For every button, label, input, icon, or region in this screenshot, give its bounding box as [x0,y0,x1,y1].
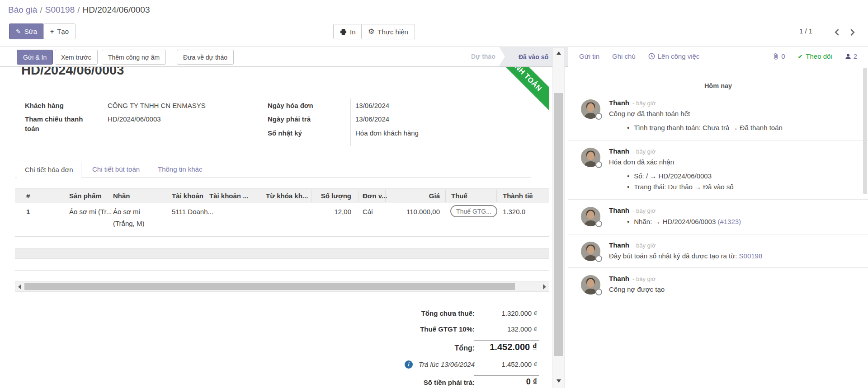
message-body: Công nợ đã thanh toán hết [609,110,857,117]
col-account2[interactable]: Tài khoản ... [209,192,249,200]
log-note-button[interactable]: Ghi chú [612,52,636,60]
record-link[interactable]: (#1323) [717,218,741,225]
followers-count: 2 [854,52,857,60]
send-message-button[interactable]: Gửi tin [579,52,599,60]
clock-icon [648,53,655,60]
untaxed-total-label: Tổng chưa thuế: [421,309,475,317]
check-icon: ✔ [798,53,803,60]
chatter-message[interactable]: Thanh- bây giờ Công nợ được tạo [568,267,868,301]
col-analytic[interactable]: Từ khóa kh... [266,192,308,200]
col-product[interactable]: Sản phẩm [69,192,102,200]
info-icon[interactable]: i [405,360,413,369]
message-time: - bây giờ [632,276,656,282]
journal-value[interactable]: Hóa đơn khách hàng [355,128,419,138]
page-vertical-scrollbar[interactable] [863,68,867,321]
payment-reference-label: Tham chiếu thanh toán [25,114,97,133]
list-bottom-border [15,270,549,271]
cell-label-line2: (Trắng, M) [113,220,144,227]
vat-label: Thuế GTGT 10%: [420,325,475,333]
gear-icon: ⚙ [368,28,374,35]
date-separator-label: Hôm nay [704,82,732,89]
chatter-toolbar: Gửi tin Ghi chú Lên công việc 0 ✔ Theo d… [568,47,868,68]
tracking-change: Nhãn: → HD/2024/06/0003 (#1323) [627,218,857,225]
cell-quantity: 12,00 [334,208,351,215]
scroll-up-arrow-icon[interactable] [557,51,561,55]
chatter-message[interactable]: Thanh- bây giờ Nhãn: → HD/2024/06/0003 (… [568,199,868,234]
create-button[interactable]: + Tạo [43,23,75,39]
untaxed-total-value: 1.320.000 ₫ [501,309,537,317]
col-subtotal[interactable]: Thành tiề [503,192,533,200]
tab-journal-items[interactable]: Chi tiết bút toán [92,165,140,173]
status-draft[interactable]: Dự thảo [471,53,495,60]
table-row[interactable]: 1 Áo sơ mi (Tr... Áo sơ mi (Trắng, M) 51… [15,203,549,237]
tab-bottom-border [15,177,531,178]
pager-next-button[interactable] [846,26,858,38]
total-label: Tổng: [455,344,475,352]
print-button[interactable]: In [333,24,363,39]
preview-button[interactable]: Xem trước [55,50,98,65]
col-uom[interactable]: Đơn v... [363,192,387,200]
message-author[interactable]: Thanh [609,241,629,249]
scroll-left-arrow-icon[interactable] [18,284,21,290]
avatar [581,99,600,119]
tab-invoice-lines[interactable]: Chi tiết hóa đơn [17,162,81,178]
form-vertical-scrollbar[interactable] [552,48,565,388]
add-credit-note-button[interactable]: Thêm công nợ âm [102,50,166,65]
message-author[interactable]: Thanh [609,99,629,107]
pager-previous-button[interactable] [831,26,843,38]
vertical-scrollbar-thumb[interactable] [554,93,563,356]
attachments-button[interactable]: 0 [773,52,785,60]
breadcrumb-link-quotation[interactable]: Báo giá [8,5,37,14]
col-price[interactable]: Giá [429,192,440,200]
due-date-label: Ngày phải trả [268,114,311,124]
col-label[interactable]: Nhãn [113,192,130,200]
action-menu-button[interactable]: ⚙ Thực hiện [361,24,415,39]
invoice-form-sheet: HD/2024/06/0003 ĐÃ THANH TOÁN Khách hàng… [0,67,549,388]
message-time: - bây giờ [632,100,656,107]
col-quantity[interactable]: Số lượng [321,192,351,200]
followers-button[interactable]: 2 [845,52,857,60]
horizontal-scrollbar-thumb[interactable] [24,283,515,290]
scroll-right-arrow-icon[interactable] [543,284,546,290]
follow-button[interactable]: ✔ Theo dõi [798,52,832,60]
message-body: Công nợ được tạo [609,285,857,293]
breadcrumb-current: HD/2024/06/0003 [83,5,150,14]
cell-account: 5111 Doanh... [172,208,213,215]
tab-other-info[interactable]: Thông tin khác [158,165,202,173]
scroll-down-arrow-icon[interactable] [557,379,561,383]
message-author[interactable]: Thanh [609,147,629,155]
invoice-date-value: 13/06/2024 [355,101,389,110]
source-order-link[interactable]: S00198 [739,252,763,260]
tracking-badge-icon [595,113,602,120]
customer-value[interactable]: CÔNG TY TNHH CN ENMASYS [108,101,206,110]
tracking-badge-icon [595,289,602,295]
invoice-date-label: Ngày hóa đơn [268,101,313,110]
col-account[interactable]: Tài khoản [172,192,203,200]
message-author[interactable]: Thanh [609,206,629,214]
printer-icon [340,28,347,35]
breadcrumb-link-order[interactable]: S00198 [45,5,75,14]
col-index[interactable]: # [26,192,30,200]
avatar [581,275,600,295]
tax-tag[interactable]: Thuế GTG... [450,205,497,217]
chatter-message[interactable]: Thanh- bây giờ Công nợ đã thanh toán hết… [568,92,868,140]
odoo-invoice-page: { "breadcrumb": { "links": ["Báo giá", "… [0,0,868,388]
reset-to-draft-button[interactable]: Đưa về dự thảo [177,50,234,65]
col-tax[interactable]: Thuế [451,192,467,200]
payment-reference-value: HD/2024/06/0003 [108,114,161,124]
chatter-panel: Gửi tin Ghi chú Lên công việc 0 ✔ Theo d… [568,47,868,388]
cell-price: 110.000,00 [406,208,440,215]
table-horizontal-scrollbar[interactable] [15,281,549,292]
chatter-message[interactable]: Thanh- bây giờ Đây bút toán sổ nhật ký đ… [568,234,868,267]
tracking-badge-icon [595,220,602,227]
page-scrollbar-thumb[interactable] [863,68,867,194]
send-print-button[interactable]: Gửi & In [17,50,53,65]
journal-label: Sổ nhật ký [268,128,302,138]
chatter-message[interactable]: Thanh- bây giờ Hóa đơn đã xác nhận Số: /… [568,140,868,199]
vat-value: 132.000 ₫ [507,325,537,333]
invoice-number-title: HD/2024/06/0003 [21,67,124,78]
schedule-activity-button[interactable]: Lên công việc [648,52,700,60]
message-author[interactable]: Thanh [609,275,629,282]
message-body: Đây bút toán sổ nhật ký đã được tạo ra t… [609,252,857,260]
edit-button[interactable]: ✎ Sửa [9,23,44,39]
